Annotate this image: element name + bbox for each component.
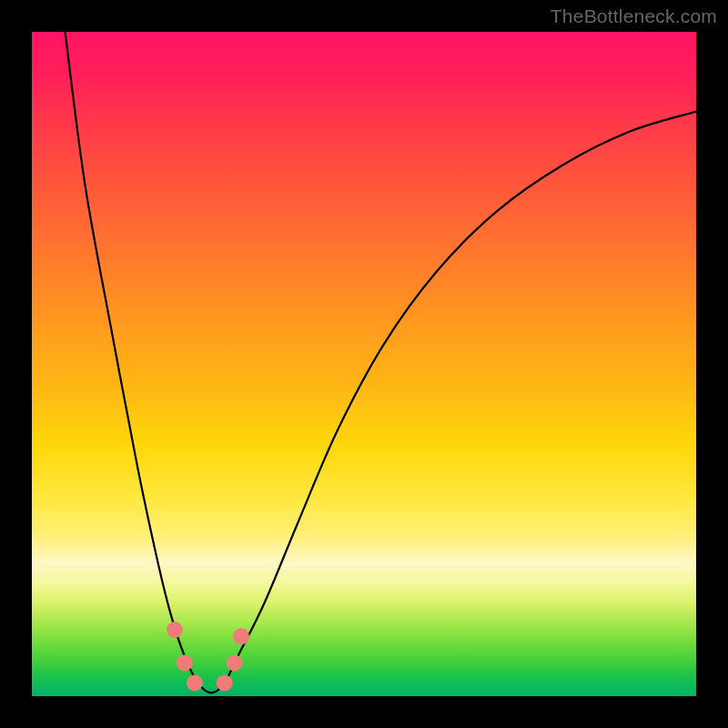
data-dot (167, 622, 183, 638)
plot-area (32, 32, 696, 696)
data-dot (227, 655, 243, 672)
data-dot (177, 655, 193, 672)
data-dot (233, 628, 249, 644)
dots-group (167, 622, 249, 691)
data-dot (187, 674, 203, 691)
data-dot (217, 674, 233, 691)
watermark-text: TheBottleneck.com (551, 5, 717, 27)
curve-svg (32, 32, 696, 696)
bottleneck-curve (66, 32, 697, 693)
chart-frame: TheBottleneck.com (0, 0, 728, 728)
